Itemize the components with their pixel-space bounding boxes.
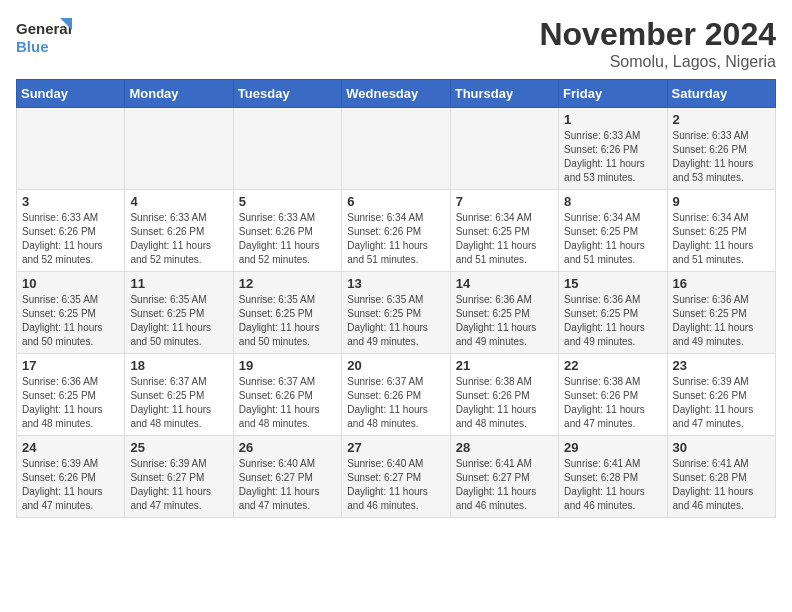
day-info: Sunrise: 6:38 AMSunset: 6:26 PMDaylight:… — [456, 375, 553, 431]
svg-text:Blue: Blue — [16, 38, 49, 55]
day-info: Sunrise: 6:36 AMSunset: 6:25 PMDaylight:… — [564, 293, 661, 349]
day-info: Sunrise: 6:39 AMSunset: 6:26 PMDaylight:… — [22, 457, 119, 513]
day-number: 9 — [673, 194, 770, 209]
calendar-cell — [342, 108, 450, 190]
day-info: Sunrise: 6:34 AMSunset: 6:25 PMDaylight:… — [564, 211, 661, 267]
calendar-cell — [450, 108, 558, 190]
calendar-cell: 20Sunrise: 6:37 AMSunset: 6:26 PMDayligh… — [342, 354, 450, 436]
day-info: Sunrise: 6:37 AMSunset: 6:26 PMDaylight:… — [347, 375, 444, 431]
calendar-cell: 26Sunrise: 6:40 AMSunset: 6:27 PMDayligh… — [233, 436, 341, 518]
calendar-cell: 1Sunrise: 6:33 AMSunset: 6:26 PMDaylight… — [559, 108, 667, 190]
logo: General Blue — [16, 16, 76, 60]
calendar-week-row: 17Sunrise: 6:36 AMSunset: 6:25 PMDayligh… — [17, 354, 776, 436]
day-number: 16 — [673, 276, 770, 291]
day-info: Sunrise: 6:39 AMSunset: 6:27 PMDaylight:… — [130, 457, 227, 513]
day-number: 1 — [564, 112, 661, 127]
calendar-cell: 15Sunrise: 6:36 AMSunset: 6:25 PMDayligh… — [559, 272, 667, 354]
day-number: 5 — [239, 194, 336, 209]
day-number: 3 — [22, 194, 119, 209]
day-info: Sunrise: 6:33 AMSunset: 6:26 PMDaylight:… — [673, 129, 770, 185]
weekday-header: Friday — [559, 80, 667, 108]
location: Somolu, Lagos, Nigeria — [539, 53, 776, 71]
day-number: 24 — [22, 440, 119, 455]
calendar-cell: 10Sunrise: 6:35 AMSunset: 6:25 PMDayligh… — [17, 272, 125, 354]
day-info: Sunrise: 6:41 AMSunset: 6:28 PMDaylight:… — [564, 457, 661, 513]
calendar-cell: 18Sunrise: 6:37 AMSunset: 6:25 PMDayligh… — [125, 354, 233, 436]
day-number: 7 — [456, 194, 553, 209]
day-info: Sunrise: 6:35 AMSunset: 6:25 PMDaylight:… — [130, 293, 227, 349]
day-number: 8 — [564, 194, 661, 209]
weekday-header: Monday — [125, 80, 233, 108]
day-info: Sunrise: 6:40 AMSunset: 6:27 PMDaylight:… — [347, 457, 444, 513]
day-info: Sunrise: 6:36 AMSunset: 6:25 PMDaylight:… — [22, 375, 119, 431]
day-info: Sunrise: 6:33 AMSunset: 6:26 PMDaylight:… — [130, 211, 227, 267]
day-number: 26 — [239, 440, 336, 455]
calendar-cell: 14Sunrise: 6:36 AMSunset: 6:25 PMDayligh… — [450, 272, 558, 354]
day-number: 22 — [564, 358, 661, 373]
calendar-cell: 4Sunrise: 6:33 AMSunset: 6:26 PMDaylight… — [125, 190, 233, 272]
day-number: 4 — [130, 194, 227, 209]
calendar-cell: 11Sunrise: 6:35 AMSunset: 6:25 PMDayligh… — [125, 272, 233, 354]
calendar-cell: 7Sunrise: 6:34 AMSunset: 6:25 PMDaylight… — [450, 190, 558, 272]
calendar-cell: 3Sunrise: 6:33 AMSunset: 6:26 PMDaylight… — [17, 190, 125, 272]
calendar-cell: 5Sunrise: 6:33 AMSunset: 6:26 PMDaylight… — [233, 190, 341, 272]
day-info: Sunrise: 6:34 AMSunset: 6:25 PMDaylight:… — [673, 211, 770, 267]
day-number: 11 — [130, 276, 227, 291]
day-number: 15 — [564, 276, 661, 291]
day-info: Sunrise: 6:36 AMSunset: 6:25 PMDaylight:… — [673, 293, 770, 349]
day-number: 21 — [456, 358, 553, 373]
day-number: 14 — [456, 276, 553, 291]
weekday-header: Tuesday — [233, 80, 341, 108]
calendar-cell: 16Sunrise: 6:36 AMSunset: 6:25 PMDayligh… — [667, 272, 775, 354]
day-number: 29 — [564, 440, 661, 455]
weekday-header: Wednesday — [342, 80, 450, 108]
svg-text:General: General — [16, 20, 72, 37]
day-info: Sunrise: 6:35 AMSunset: 6:25 PMDaylight:… — [347, 293, 444, 349]
day-info: Sunrise: 6:36 AMSunset: 6:25 PMDaylight:… — [456, 293, 553, 349]
calendar-cell: 12Sunrise: 6:35 AMSunset: 6:25 PMDayligh… — [233, 272, 341, 354]
calendar-cell: 8Sunrise: 6:34 AMSunset: 6:25 PMDaylight… — [559, 190, 667, 272]
day-number: 30 — [673, 440, 770, 455]
day-number: 18 — [130, 358, 227, 373]
day-number: 10 — [22, 276, 119, 291]
calendar-cell: 29Sunrise: 6:41 AMSunset: 6:28 PMDayligh… — [559, 436, 667, 518]
weekday-header-row: SundayMondayTuesdayWednesdayThursdayFrid… — [17, 80, 776, 108]
day-info: Sunrise: 6:40 AMSunset: 6:27 PMDaylight:… — [239, 457, 336, 513]
calendar-cell: 9Sunrise: 6:34 AMSunset: 6:25 PMDaylight… — [667, 190, 775, 272]
day-info: Sunrise: 6:33 AMSunset: 6:26 PMDaylight:… — [22, 211, 119, 267]
calendar-week-row: 1Sunrise: 6:33 AMSunset: 6:26 PMDaylight… — [17, 108, 776, 190]
day-info: Sunrise: 6:37 AMSunset: 6:26 PMDaylight:… — [239, 375, 336, 431]
day-number: 28 — [456, 440, 553, 455]
day-number: 13 — [347, 276, 444, 291]
calendar-week-row: 3Sunrise: 6:33 AMSunset: 6:26 PMDaylight… — [17, 190, 776, 272]
title-block: November 2024 Somolu, Lagos, Nigeria — [539, 16, 776, 71]
day-info: Sunrise: 6:39 AMSunset: 6:26 PMDaylight:… — [673, 375, 770, 431]
calendar-cell: 13Sunrise: 6:35 AMSunset: 6:25 PMDayligh… — [342, 272, 450, 354]
calendar-cell: 24Sunrise: 6:39 AMSunset: 6:26 PMDayligh… — [17, 436, 125, 518]
calendar-cell: 17Sunrise: 6:36 AMSunset: 6:25 PMDayligh… — [17, 354, 125, 436]
calendar-cell — [17, 108, 125, 190]
day-number: 6 — [347, 194, 444, 209]
day-number: 2 — [673, 112, 770, 127]
calendar-cell: 25Sunrise: 6:39 AMSunset: 6:27 PMDayligh… — [125, 436, 233, 518]
page-header: General Blue November 2024 Somolu, Lagos… — [16, 16, 776, 71]
day-number: 19 — [239, 358, 336, 373]
day-info: Sunrise: 6:35 AMSunset: 6:25 PMDaylight:… — [22, 293, 119, 349]
calendar-cell: 22Sunrise: 6:38 AMSunset: 6:26 PMDayligh… — [559, 354, 667, 436]
day-number: 25 — [130, 440, 227, 455]
calendar-cell: 30Sunrise: 6:41 AMSunset: 6:28 PMDayligh… — [667, 436, 775, 518]
day-number: 20 — [347, 358, 444, 373]
calendar-cell: 6Sunrise: 6:34 AMSunset: 6:26 PMDaylight… — [342, 190, 450, 272]
calendar-cell — [125, 108, 233, 190]
calendar-cell: 23Sunrise: 6:39 AMSunset: 6:26 PMDayligh… — [667, 354, 775, 436]
day-number: 12 — [239, 276, 336, 291]
weekday-header: Thursday — [450, 80, 558, 108]
calendar-cell: 2Sunrise: 6:33 AMSunset: 6:26 PMDaylight… — [667, 108, 775, 190]
calendar-cell — [233, 108, 341, 190]
calendar-cell: 19Sunrise: 6:37 AMSunset: 6:26 PMDayligh… — [233, 354, 341, 436]
day-info: Sunrise: 6:34 AMSunset: 6:26 PMDaylight:… — [347, 211, 444, 267]
day-info: Sunrise: 6:41 AMSunset: 6:28 PMDaylight:… — [673, 457, 770, 513]
day-number: 27 — [347, 440, 444, 455]
day-number: 17 — [22, 358, 119, 373]
logo-svg: General Blue — [16, 16, 76, 60]
